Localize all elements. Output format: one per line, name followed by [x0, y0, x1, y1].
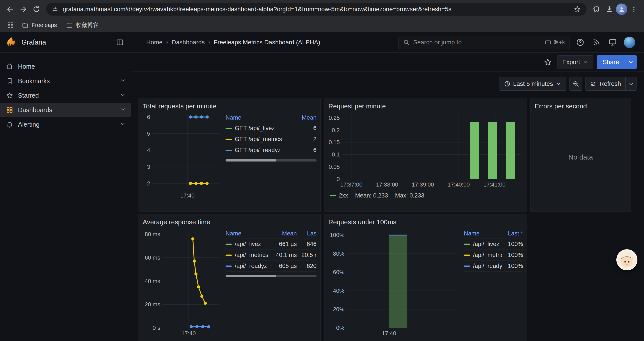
legend-col-name[interactable]: Name	[464, 230, 502, 237]
legend-scrollbar[interactable]	[226, 159, 316, 162]
panel-title[interactable]: Requests under 100ms	[328, 217, 523, 227]
bookmark-folder-blogs[interactable]: 收藏博客	[63, 20, 102, 30]
panel-average-response-time: Average response time 80 ms60 ms40 ms20 …	[138, 214, 321, 341]
url-bar[interactable]: grafana.mathmast.com/d/deytv4rwavabkb/fr…	[46, 3, 586, 16]
series-color-swatch	[226, 150, 232, 151]
forward-button[interactable]	[17, 3, 30, 16]
share-button[interactable]: Share	[597, 55, 625, 69]
refresh-interval-button[interactable]	[625, 77, 636, 90]
legend-row[interactable]: /api/_livez 661 µs 646	[226, 239, 316, 250]
sidebar-item-bookmarks[interactable]: Bookmarks	[0, 74, 131, 88]
svg-text:0: 0	[337, 176, 340, 182]
sidebar-item-starred[interactable]: Starred	[0, 88, 131, 103]
bookmark-star-icon[interactable]	[574, 6, 581, 13]
sidebar-item-home[interactable]: Home	[0, 59, 131, 74]
legend-col-name[interactable]: Name	[226, 230, 270, 237]
export-button[interactable]: Export	[557, 55, 593, 69]
requests-under-100ms-chart[interactable]: 100%80%60%40%20%0%17:40	[328, 227, 460, 336]
extensions-button[interactable]	[590, 3, 603, 16]
legend-scrollbar[interactable]	[226, 275, 316, 277]
legend-row[interactable]: GET /api/_readyz 6	[226, 145, 316, 156]
panel-title[interactable]: Average response time	[143, 217, 316, 227]
svg-text:6: 6	[147, 114, 150, 120]
legend-row[interactable]: /api/_readyz 605 µs 620	[226, 261, 316, 272]
bookmark-folder-freeleaps[interactable]: Freeleaps	[19, 21, 60, 30]
legend-row[interactable]: /api/_metrics 100%	[464, 250, 523, 261]
svg-text:40%: 40%	[333, 287, 344, 294]
legend-col-name[interactable]: Name	[226, 114, 296, 121]
browser-profile-avatar[interactable]	[616, 4, 627, 15]
back-button[interactable]	[4, 3, 17, 16]
breadcrumb-dashboards[interactable]: Dashboards	[172, 39, 205, 46]
panel-total-requests: Total requests per minute 6543217:40 Nam…	[138, 98, 321, 212]
home-icon	[6, 63, 13, 70]
scrollbar-thumb[interactable]	[226, 275, 276, 277]
zoom-out-icon	[572, 81, 579, 87]
legend-row[interactable]: /api/_metrics 40.1 ms 20.5 r	[226, 250, 316, 261]
refresh-button[interactable]: Refresh	[586, 77, 625, 90]
sidebar-item-alerting[interactable]: Alerting	[0, 117, 131, 132]
reload-button[interactable]	[30, 3, 43, 16]
download-icon	[606, 6, 613, 13]
sidebar-toggle-icon	[116, 39, 124, 46]
series-color-swatch	[226, 128, 232, 129]
chevron-down-icon	[556, 81, 561, 87]
series-name[interactable]: 2xx	[339, 192, 348, 199]
legend-col-mean[interactable]: Mean	[296, 114, 316, 121]
back-arrow-icon	[6, 6, 14, 13]
star-outline-icon	[544, 58, 552, 66]
breadcrumb-home[interactable]: Home	[146, 39, 163, 46]
series-color-swatch	[464, 265, 470, 267]
legend-line: 2xx Mean: 0.233 Max: 0.233	[328, 192, 523, 199]
legend-row[interactable]: /api/_livez 100%	[464, 239, 523, 250]
panel-requests-under-100ms: Requests under 100ms 100%80%60%40%20%0%1…	[324, 214, 527, 341]
legend-row[interactable]: GET /api/_livez 6	[226, 123, 316, 134]
svg-text:60%: 60%	[333, 269, 344, 275]
average-response-time-chart[interactable]: 80 ms60 ms40 ms20 ms0 s17:40	[143, 227, 222, 336]
sidebar-item-label: Dashboards	[18, 106, 52, 114]
chat-avatar-widget[interactable]	[616, 249, 638, 270]
panel-title[interactable]: Total requests per minute	[143, 101, 316, 111]
bookmarks-bar: Freeleaps 收藏博客	[0, 19, 644, 32]
request-per-minute-chart[interactable]: 0.250.20.150.10.05017:37:0017:38:0017:39…	[328, 111, 524, 188]
url-text[interactable]: grafana.mathmast.com/d/deytv4rwavabkb/fr…	[63, 6, 570, 13]
legend-row[interactable]: GET /api/_metrics 2	[226, 134, 316, 145]
folder-icon	[22, 22, 28, 29]
expand-chevron[interactable]	[120, 106, 126, 114]
legend-col-last[interactable]: Las	[297, 230, 316, 237]
panel-body: 0.250.20.150.10.05017:37:0017:38:0017:39…	[328, 111, 523, 199]
avatar-face-icon	[617, 250, 637, 270]
sidebar-toggle-button[interactable]	[115, 37, 125, 47]
browser-menu-button[interactable]	[627, 3, 640, 16]
display-button[interactable]	[608, 37, 618, 47]
news-button[interactable]	[592, 37, 602, 47]
legend-row[interactable]: /api/_readyz 100%	[464, 261, 523, 272]
breadcrumb-separator: ›	[166, 39, 168, 46]
search-input[interactable]: Search or jump to... ⌘+k	[398, 36, 570, 49]
legend-col-last[interactable]: Last *	[502, 230, 523, 237]
expand-chevron[interactable]	[120, 121, 126, 128]
legend-header: Name Mean Las	[226, 229, 316, 239]
expand-chevron[interactable]	[120, 77, 126, 85]
panel-title[interactable]: Request per minute	[328, 101, 523, 111]
legend-col-mean[interactable]: Mean	[270, 230, 297, 237]
help-button[interactable]	[575, 37, 585, 47]
panel-title[interactable]: Errors per second	[534, 101, 627, 111]
time-range-picker[interactable]: Last 5 minutes	[499, 77, 566, 91]
share-menu-button[interactable]	[625, 55, 637, 69]
total-requests-chart[interactable]: 6543217:40	[143, 111, 222, 199]
zoom-out-time-button[interactable]	[570, 77, 582, 91]
breadcrumb-current: Freeleaps Metrics Dashboard (ALPHA)	[214, 39, 320, 46]
svg-text:2: 2	[147, 180, 150, 187]
svg-text:4: 4	[147, 147, 150, 153]
breadcrumb: Home › Dashboards › Freeleaps Metrics Da…	[146, 39, 320, 46]
apps-grid-button[interactable]	[5, 20, 16, 31]
expand-chevron[interactable]	[120, 92, 126, 99]
favorite-dashboard-button[interactable]	[542, 56, 554, 68]
sidebar-item-dashboards[interactable]: Dashboards	[0, 103, 131, 117]
clock-icon	[504, 81, 510, 87]
scrollbar-thumb[interactable]	[226, 159, 276, 162]
svg-text:100%: 100%	[330, 232, 344, 238]
grafana-user-avatar[interactable]	[624, 37, 635, 48]
downloads-button[interactable]	[603, 3, 616, 16]
